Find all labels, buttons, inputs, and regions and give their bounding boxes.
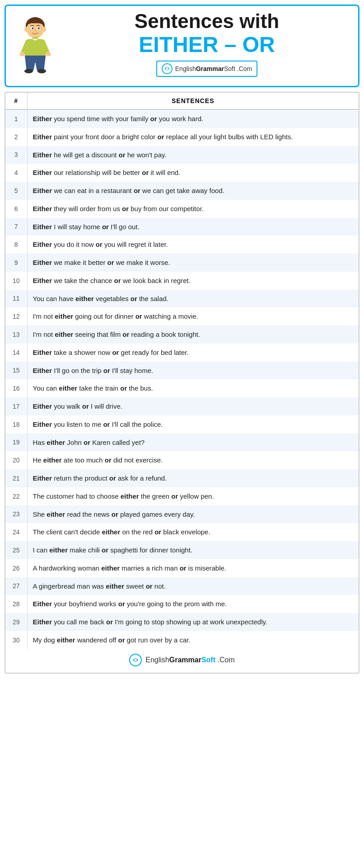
table-row: 22The customer had to choose either the … <box>5 487 359 505</box>
row-sentence: Has either John or Karen called yet? <box>27 434 359 452</box>
row-sentence: Either we make it better or we make it w… <box>27 254 359 272</box>
table-row: 24The client can't decide either on the … <box>5 523 359 541</box>
row-sentence: Either we take the chance or we look bac… <box>27 272 359 290</box>
svg-point-12 <box>24 69 33 73</box>
table-row: 18Either you listen to me or I'll call t… <box>5 415 359 434</box>
table-header-row: # SENTENCES <box>5 93 359 109</box>
row-number: 22 <box>5 487 27 505</box>
row-number: 23 <box>5 505 27 524</box>
table-row: 13I'm not either seeing that film or rea… <box>5 326 359 344</box>
table-row: 29Either you call me back or I'm going t… <box>5 613 359 631</box>
row-number: 25 <box>5 541 27 559</box>
table-row: 16You can either take the train or the b… <box>5 379 359 397</box>
row-sentence: Either return the product or ask for a r… <box>27 469 359 487</box>
row-sentence: A hardworking woman either marries a ric… <box>27 559 359 577</box>
row-number: 19 <box>5 434 27 452</box>
row-sentence: Either your boyfriend works or you're go… <box>27 595 359 613</box>
table-row: 11You can have either vegetables or the … <box>5 290 359 308</box>
brand-name: EnglishGrammarSoft .Com <box>175 65 252 72</box>
table-row: 4Either our relationship will be better … <box>5 164 359 182</box>
row-number: 14 <box>5 344 27 362</box>
title-line1: Sentences with <box>60 10 354 32</box>
row-sentence: I'm not either seeing that film or readi… <box>27 326 359 344</box>
table-row: 12I'm not either going out for dinner or… <box>5 307 359 326</box>
row-number: 27 <box>5 577 27 595</box>
row-number: 6 <box>5 200 27 218</box>
svg-point-13 <box>37 69 46 73</box>
row-number: 15 <box>5 362 27 380</box>
row-sentence: Either you call me back or I'm going to … <box>27 613 359 631</box>
row-sentence: Either our relationship will be better o… <box>27 164 359 182</box>
row-sentence: Either you walk or I will drive. <box>27 397 359 415</box>
svg-point-7 <box>38 27 40 29</box>
row-sentence: Either he will get a discount or he won'… <box>27 146 359 164</box>
character-illustration <box>10 16 60 75</box>
row-sentence: Either I'll go on the trip or I'll stay … <box>27 362 359 380</box>
row-sentence: The client can't decide either on the re… <box>27 523 359 541</box>
row-number: 24 <box>5 523 27 541</box>
header-text: Sentences with EITHER – OR EnglishGramma… <box>60 10 354 80</box>
col-header-sentences: SENTENCES <box>27 93 359 109</box>
table-row: 23She either read the news or played gam… <box>5 505 359 524</box>
row-number: 11 <box>5 290 27 308</box>
table-row: 14Either take a shower now or get ready … <box>5 344 359 362</box>
row-sentence: Either you listen to me or I'll call the… <box>27 415 359 434</box>
row-sentence: A gingerbread man was either sweet or no… <box>27 577 359 595</box>
row-sentence: I'm not either going out for dinner or w… <box>27 307 359 326</box>
row-number: 30 <box>5 631 27 649</box>
table-row: 7Either I will stay home or I'll go out. <box>5 218 359 236</box>
brand-badge: EnglishGrammarSoft .Com <box>156 61 257 77</box>
footer-logo-icon <box>129 654 142 666</box>
table-row: 25I can either make chili or spaghetti f… <box>5 541 359 559</box>
svg-point-17 <box>134 659 137 661</box>
svg-point-2 <box>24 27 29 32</box>
row-number: 4 <box>5 164 27 182</box>
row-number: 9 <box>5 254 27 272</box>
row-sentence: I can either make chili or spaghetti for… <box>27 541 359 559</box>
row-number: 28 <box>5 595 27 613</box>
footer-brand: EnglishGrammarSoft .Com <box>5 649 359 673</box>
table-row: 30My dog either wandered off or got run … <box>5 631 359 649</box>
row-number: 12 <box>5 307 27 326</box>
table-row: 21Either return the product or ask for a… <box>5 469 359 487</box>
title-line2: EITHER – OR <box>60 33 354 57</box>
table-row: 15Either I'll go on the trip or I'll sta… <box>5 362 359 380</box>
row-number: 7 <box>5 218 27 236</box>
row-number: 17 <box>5 397 27 415</box>
table-row: 8Either you do it now or you will regret… <box>5 236 359 254</box>
table-row: 20He either ate too much or did not exer… <box>5 451 359 469</box>
table-row: 1Either you spend time with your family … <box>5 109 359 128</box>
table-row: 10Either we take the chance or we look b… <box>5 272 359 290</box>
row-number: 2 <box>5 128 27 146</box>
row-sentence: You can either take the train or the bus… <box>27 379 359 397</box>
row-number: 1 <box>5 109 27 128</box>
row-sentence: You can have either vegetables or the sa… <box>27 290 359 308</box>
row-number: 16 <box>5 379 27 397</box>
row-sentence: Either you do it now or you will regret … <box>27 236 359 254</box>
row-number: 10 <box>5 272 27 290</box>
row-number: 20 <box>5 451 27 469</box>
row-sentence: Either paint your front door a bright co… <box>27 128 359 146</box>
svg-point-6 <box>32 27 33 29</box>
row-sentence: Either they will order from us or buy fr… <box>27 200 359 218</box>
row-sentence: Either take a shower now or get ready fo… <box>27 344 359 362</box>
row-number: 8 <box>5 236 27 254</box>
table-row: 3Either he will get a discount or he won… <box>5 146 359 164</box>
row-sentence: The customer had to choose either the gr… <box>27 487 359 505</box>
row-sentence: Either we can eat in a restaurant or we … <box>27 182 359 200</box>
table-row: 27A gingerbread man was either sweet or … <box>5 577 359 595</box>
table-row: 2Either paint your front door a bright c… <box>5 128 359 146</box>
sentences-table-container: # SENTENCES 1Either you spend time with … <box>5 92 359 674</box>
svg-point-8 <box>34 30 36 31</box>
row-number: 3 <box>5 146 27 164</box>
row-number: 26 <box>5 559 27 577</box>
row-sentence: She either read the news or played games… <box>27 505 359 524</box>
footer-brand-text: EnglishGrammarSoft .Com <box>145 656 234 664</box>
character-svg <box>13 16 58 75</box>
svg-point-11 <box>46 52 51 57</box>
row-number: 18 <box>5 415 27 434</box>
row-sentence: Either I will stay home or I'll go out. <box>27 218 359 236</box>
svg-point-15 <box>166 68 168 70</box>
table-row: 26A hardworking woman either marries a r… <box>5 559 359 577</box>
table-row: 19Has either John or Karen called yet? <box>5 434 359 452</box>
